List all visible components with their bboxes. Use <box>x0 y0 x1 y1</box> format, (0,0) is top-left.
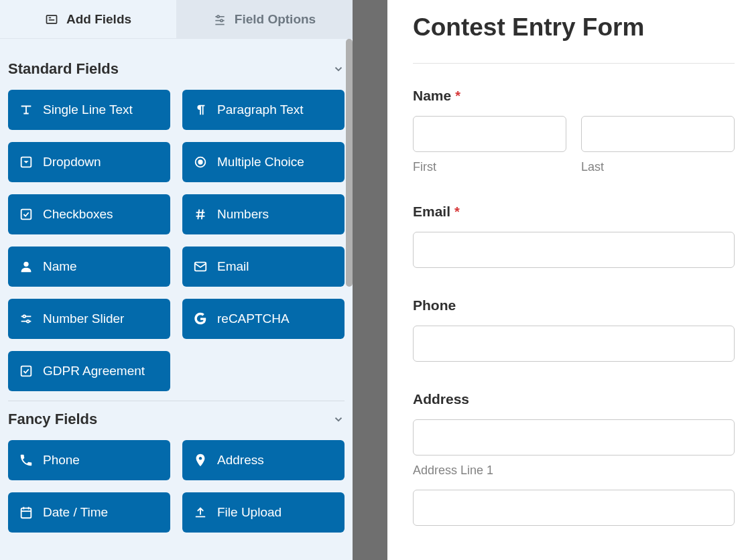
svg-line-14 <box>198 210 199 220</box>
first-name-input[interactable] <box>413 116 566 152</box>
svg-point-4 <box>217 15 219 17</box>
field-label: Single Line Text <box>43 102 133 117</box>
title-divider <box>413 63 735 64</box>
chevron-down-icon <box>332 413 345 425</box>
field-single-line-text[interactable]: Single Line Text <box>8 90 170 130</box>
field-label: reCAPTCHA <box>217 311 290 326</box>
label-text: Address <box>413 391 469 407</box>
field-date-time[interactable]: Date / Time <box>8 492 170 533</box>
paragraph-icon <box>193 102 208 117</box>
add-fields-icon <box>45 13 58 26</box>
field-phone[interactable]: Phone <box>8 440 170 480</box>
map-pin-icon <box>193 453 208 468</box>
field-label: Numbers <box>217 207 269 222</box>
checkbox-icon <box>19 207 34 222</box>
field-number-slider[interactable]: Number Slider <box>8 299 170 339</box>
google-icon <box>193 311 208 326</box>
field-dropdown[interactable]: Dropdown <box>8 142 170 182</box>
last-sublabel: Last <box>581 160 735 174</box>
field-label: GDPR Agreement <box>43 364 145 378</box>
label-text: Phone <box>413 297 456 313</box>
standard-fields-grid: Single Line Text Paragraph Text Dropdown… <box>8 87 345 391</box>
field-numbers[interactable]: Numbers <box>182 194 345 234</box>
field-label: Date / Time <box>43 505 108 520</box>
tab-add-fields[interactable]: Add Fields <box>0 0 176 38</box>
field-label: Address <box>217 453 264 468</box>
form-field-phone: Phone <box>413 297 735 362</box>
chevron-down-icon <box>332 63 345 75</box>
name-label: Name * <box>413 88 735 104</box>
svg-point-10 <box>198 160 202 164</box>
svg-point-16 <box>23 262 28 267</box>
section-fancy-fields-header[interactable]: Fancy Fields <box>8 401 345 437</box>
form-field-address: Address Address Line 1 <box>413 391 735 526</box>
first-sublabel: First <box>413 160 566 174</box>
form-title: Contest Entry Form <box>413 13 735 42</box>
field-email[interactable]: Email <box>182 247 345 287</box>
svg-line-15 <box>202 210 203 220</box>
form-field-email: Email * <box>413 204 735 268</box>
user-icon <box>19 259 34 274</box>
address-line2-input[interactable] <box>413 490 735 526</box>
field-file-upload[interactable]: File Upload <box>182 492 345 533</box>
field-options-icon <box>213 13 227 26</box>
left-panel: Add Fields Field Options Standard Fields… <box>0 0 353 560</box>
phone-icon <box>19 453 34 468</box>
field-label: Checkboxes <box>43 207 113 222</box>
svg-rect-23 <box>21 508 32 518</box>
label-text: Email <box>413 204 450 220</box>
hash-icon <box>193 207 208 222</box>
required-asterisk: * <box>454 204 460 220</box>
field-label: File Upload <box>217 505 282 520</box>
tabs: Add Fields Field Options <box>0 0 353 39</box>
section-title: Fancy Fields <box>8 411 97 428</box>
field-label: Multiple Choice <box>217 155 304 169</box>
last-name-input[interactable] <box>581 116 735 152</box>
email-label: Email * <box>413 204 735 220</box>
panel-body: Standard Fields Single Line Text Paragra… <box>0 39 353 560</box>
tab-field-options[interactable]: Field Options <box>176 0 353 38</box>
svg-rect-11 <box>21 210 32 220</box>
form-field-name: Name * First Last <box>413 88 735 174</box>
svg-rect-22 <box>21 366 32 376</box>
svg-point-21 <box>27 320 29 323</box>
phone-input[interactable] <box>413 326 735 362</box>
address-label: Address <box>413 391 735 407</box>
upload-icon <box>193 505 208 520</box>
field-label: Paragraph Text <box>217 102 304 117</box>
dropdown-icon <box>19 155 34 169</box>
field-label: Phone <box>43 453 80 468</box>
tab-field-options-label: Field Options <box>235 12 316 27</box>
phone-label: Phone <box>413 297 735 313</box>
field-recaptcha[interactable]: reCAPTCHA <box>182 299 345 339</box>
field-checkboxes[interactable]: Checkboxes <box>8 194 170 234</box>
field-label: Name <box>43 259 77 274</box>
svg-point-19 <box>23 316 25 318</box>
sliders-icon <box>19 311 34 326</box>
email-input[interactable] <box>413 232 735 268</box>
scrollbar[interactable] <box>346 39 353 287</box>
address-line1-input[interactable] <box>413 419 735 456</box>
field-multiple-choice[interactable]: Multiple Choice <box>182 142 345 182</box>
required-asterisk: * <box>455 88 460 104</box>
tab-add-fields-label: Add Fields <box>66 12 131 27</box>
field-gdpr-agreement[interactable]: GDPR Agreement <box>8 351 170 391</box>
svg-point-6 <box>221 19 223 21</box>
section-standard-fields-header[interactable]: Standard Fields <box>8 51 345 87</box>
calendar-icon <box>19 505 34 520</box>
field-label: Dropdown <box>43 155 101 169</box>
section-title: Standard Fields <box>8 60 119 78</box>
field-name[interactable]: Name <box>8 247 170 287</box>
checkbox-icon <box>19 364 34 378</box>
field-label: Email <box>217 259 249 274</box>
label-text: Name <box>413 88 451 104</box>
text-icon <box>19 102 34 117</box>
address-line1-sublabel: Address Line 1 <box>413 464 735 478</box>
fancy-fields-grid: Phone Address Date / Time File Upload <box>8 437 345 533</box>
radio-icon <box>193 155 208 169</box>
field-paragraph-text[interactable]: Paragraph Text <box>182 90 345 130</box>
form-preview: Contest Entry Form Name * First Last Ema… <box>387 0 748 560</box>
divider-column <box>353 0 387 560</box>
field-address[interactable]: Address <box>182 440 345 480</box>
field-label: Number Slider <box>43 311 124 326</box>
